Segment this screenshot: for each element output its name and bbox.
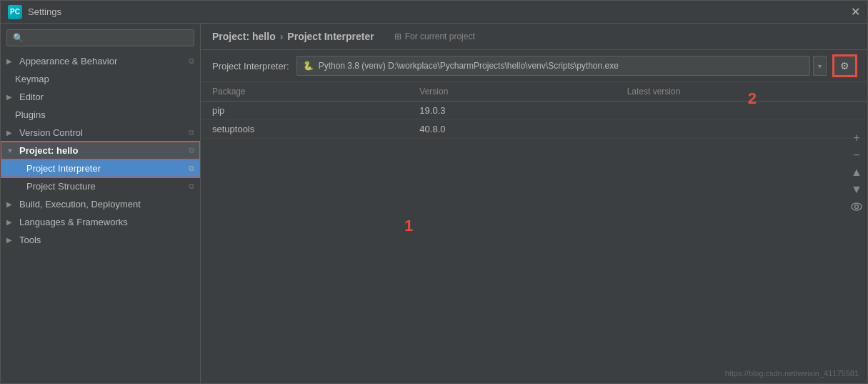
copy-icon: ⧉ <box>189 146 194 155</box>
label-two: 2 <box>748 89 757 108</box>
interpreter-dropdown-arrow[interactable]: ▾ <box>813 56 827 76</box>
watermark: https://blog.csdn.net/weixin_41175581 <box>725 369 859 378</box>
sidebar: 🔍 ▶ Appearance & Behavior ⧉ Keymap ▶ Edi… <box>1 24 201 383</box>
copy-icon: ⧉ <box>189 128 194 137</box>
breadcrumb-project: Project: hello <box>212 31 276 42</box>
label-one: 1 <box>404 217 413 235</box>
sidebar-item-label: Appearance & Behavior <box>19 56 117 67</box>
col-version: Version <box>419 87 627 97</box>
breadcrumb-separator: › <box>280 31 284 42</box>
python-icon: 🐍 <box>303 60 314 72</box>
interpreter-select-wrap: 🐍 Python 3.8 (venv) D:\workplace\Pycharm… <box>296 56 827 76</box>
expand-arrow-icon: ▼ <box>6 147 15 154</box>
breadcrumb-page: Project Interpreter <box>287 31 374 42</box>
down-button[interactable]: ▼ <box>849 182 864 197</box>
right-actions: + − ▲ ▼ <box>846 127 867 217</box>
pkg-name: pip <box>212 105 419 116</box>
interpreter-select[interactable]: 🐍 Python 3.8 (venv) D:\workplace\Pycharm… <box>296 56 810 76</box>
packages-table: Package Version Latest version pip 19.0.… <box>201 82 867 383</box>
search-icon: 🔍 <box>13 33 24 43</box>
copy-icon: ⧉ <box>189 56 194 66</box>
gear-icon: ⚙ <box>840 60 849 72</box>
table-header: Package Version Latest version <box>201 82 867 102</box>
sidebar-item-version-control[interactable]: ▶ Version Control ⧉ <box>1 124 200 142</box>
for-current-label: For current project <box>405 31 475 41</box>
sidebar-item-project-interpreter[interactable]: Project Interpreter ⧉ <box>1 159 200 177</box>
copy-icon: ⧉ <box>189 182 194 191</box>
svg-point-1 <box>855 205 859 209</box>
add-package-button[interactable]: + <box>849 130 864 146</box>
sidebar-item-editor[interactable]: ▶ Editor <box>1 88 200 106</box>
search-box[interactable]: 🔍 <box>6 29 194 46</box>
interpreter-row: Project Interpreter: 🐍 Python 3.8 (venv)… <box>201 50 867 82</box>
sidebar-item-build[interactable]: ▶ Build, Execution, Deployment <box>1 195 200 213</box>
eye-button[interactable] <box>849 199 864 215</box>
expand-arrow-icon: ▶ <box>6 200 15 208</box>
expand-arrow-icon: ▶ <box>6 93 15 101</box>
sidebar-item-project-structure[interactable]: Project Structure ⧉ <box>1 177 200 195</box>
table-row[interactable]: pip 19.0.3 <box>201 102 867 120</box>
sidebar-item-label: Project Structure <box>26 181 96 192</box>
close-button[interactable]: ✕ <box>851 6 860 18</box>
table-body: pip 19.0.3 setuptools 40.8.0 <box>201 102 867 383</box>
sidebar-item-appearance[interactable]: ▶ Appearance & Behavior ⧉ <box>1 52 200 70</box>
project-icon: ⊞ <box>394 31 401 41</box>
expand-arrow-icon: ▶ <box>6 129 15 137</box>
window-title: Settings <box>28 6 61 17</box>
sidebar-item-languages[interactable]: ▶ Languages & Frameworks <box>1 213 200 231</box>
sidebar-item-label: Project: hello <box>19 145 78 156</box>
interpreter-value: Python 3.8 (venv) D:\workplace\PycharmPr… <box>319 61 619 71</box>
gear-button[interactable]: ⚙ <box>834 56 856 76</box>
for-current-project: ⊞ For current project <box>394 31 475 41</box>
sidebar-item-project-hello[interactable]: ▼ Project: hello ⧉ <box>1 142 200 159</box>
sidebar-item-label: Version Control <box>19 127 83 138</box>
expand-arrow-icon: ▶ <box>6 218 15 226</box>
svg-point-0 <box>852 203 862 210</box>
sidebar-item-label: Build, Execution, Deployment <box>19 199 141 210</box>
main-header: Project: hello › Project Interpreter ⊞ F… <box>201 24 867 50</box>
pkg-version: 40.8.0 <box>419 124 627 134</box>
title-bar: PC Settings ✕ <box>1 1 867 24</box>
pkg-version: 19.0.3 <box>419 105 627 116</box>
up-button[interactable]: ▲ <box>849 164 864 180</box>
table-row[interactable]: setuptools 40.8.0 <box>201 120 867 139</box>
breadcrumb: Project: hello › Project Interpreter <box>212 31 374 42</box>
sidebar-item-label: Tools <box>19 235 41 245</box>
app-icon: PC <box>8 5 22 19</box>
col-latest: Latest version <box>627 87 834 97</box>
sidebar-item-label: Keymap <box>15 74 49 84</box>
sidebar-item-keymap[interactable]: Keymap <box>1 70 200 88</box>
pkg-latest <box>627 105 834 116</box>
col-package: Package <box>212 87 419 97</box>
search-input[interactable] <box>27 33 188 43</box>
main-content: Project: hello › Project Interpreter ⊞ F… <box>201 24 867 383</box>
sidebar-item-tools[interactable]: ▶ Tools <box>1 231 200 249</box>
remove-package-button[interactable]: − <box>849 147 864 163</box>
sidebar-item-label: Plugins <box>15 109 46 120</box>
pkg-name: setuptools <box>212 124 419 134</box>
expand-arrow-icon: ▶ <box>6 57 15 65</box>
sidebar-item-plugins[interactable]: Plugins <box>1 106 200 124</box>
expand-arrow-icon: ▶ <box>6 236 15 244</box>
copy-icon: ⧉ <box>189 164 194 173</box>
sidebar-item-label: Project Interpreter <box>26 163 101 174</box>
sidebar-item-label: Editor <box>19 92 44 102</box>
pkg-latest <box>627 124 834 134</box>
sidebar-item-label: Languages & Frameworks <box>19 217 128 227</box>
interpreter-label: Project Interpreter: <box>212 61 289 72</box>
